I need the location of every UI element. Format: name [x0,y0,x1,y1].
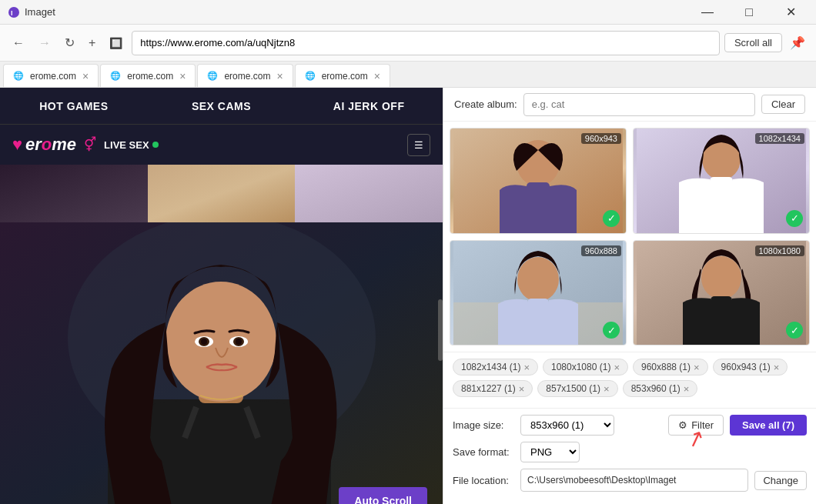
tag-5: 881x1227 (1) × [453,380,533,397]
tag-7-close[interactable]: × [684,384,690,394]
grid-item-4-dims: 1080x1080 [755,245,804,256]
app-icon: I [8,6,20,18]
url-input[interactable] [132,31,720,55]
live-dot-icon [152,142,159,148]
file-location-row: File location: Change [453,469,807,492]
tag-1: 1082x1434 (1) × [453,359,538,375]
tab-2[interactable]: 🌐 erome.com × [100,64,196,87]
save-format-select[interactable]: PNGJPEGWEBP [520,442,580,462]
tab-4[interactable]: 🌐 erome.com × [295,64,390,87]
tag-1-close[interactable]: × [523,362,530,372]
grid-item-1[interactable]: 960x943 ✓ NZgCwlPl.jpeg ✏ Show in folder [450,128,627,234]
svg-point-10 [201,339,207,345]
site-logo: ♥ erome [12,135,76,155]
image-size-row: Image size: 853x960 (1)960x943 (1)1080x1… [453,415,807,436]
save-format-label: Save format: [453,446,514,458]
svg-rect-28 [711,296,732,346]
tag-2-close[interactable]: × [614,362,620,372]
grid-item-2-dims: 1082x1434 [755,133,804,144]
tab-3-close[interactable]: × [276,71,283,82]
tab-2-favicon: 🌐 [110,71,121,81]
filter-icon: ⚙ [678,419,687,431]
nav-sex-cams[interactable]: SEX CAMS [148,89,296,123]
logo-text: erome [25,135,76,155]
tag-4-label: 960x943 (1) [721,362,771,372]
tag-5-label: 881x1227 (1) [461,383,516,394]
tab-1-close[interactable]: × [82,71,89,82]
tab-4-label: erome.com [322,71,368,82]
refresh-button[interactable]: ↻ [60,32,79,53]
file-location-label: File location: [453,475,514,486]
address-bar: ← → ↻ + 🔲 Scroll all 📌 [0,25,816,62]
grid-image-3 [450,241,626,346]
forward-button[interactable]: → [34,33,55,53]
thumb-strip-1 [0,165,148,222]
maximize-button[interactable]: □ [731,0,767,25]
scroll-all-button[interactable]: Scroll all [724,33,782,52]
right-controls-bottom: Image size: 853x960 (1)960x943 (1)1080x1… [443,408,816,504]
tab-2-close[interactable]: × [179,71,186,82]
filter-label: Filter [691,419,714,431]
pin-button[interactable]: 📌 [787,32,808,53]
grid-image-4 [634,241,809,346]
filter-button[interactable]: ⚙ Filter [668,415,724,436]
album-label: Create album: [454,98,517,110]
tags-row-1: 1082x1434 (1) × 1080x1080 (1) × 960x888 … [453,359,807,375]
main-layout: HOT GAMES SEX CAMS AI JERK OFF ♥ erome ⚥… [0,88,816,504]
grid-item-4-check: ✓ [786,322,803,339]
tab-3[interactable]: 🌐 erome.com × [197,64,293,87]
grid-item-2-check: ✓ [786,210,803,227]
main-image [0,222,443,504]
tag-6-close[interactable]: × [604,384,610,394]
tag-7: 853x960 (1) × [623,380,698,397]
auto-scroll-button[interactable]: Auto Scroll [339,487,427,504]
grid-item-3-dims: 960x888 [581,245,621,256]
image-size-select[interactable]: 853x960 (1)960x943 (1)1080x1080 (1)1082x… [520,415,614,436]
tab-1-label: erome.com [30,71,76,82]
tag-4-close[interactable]: × [774,362,780,372]
grid-item-1-dims: 960x943 [581,133,621,144]
svg-text:I: I [11,9,13,17]
thumb-strip [0,165,443,222]
clear-button[interactable]: Clear [761,95,805,114]
site-header: ♥ erome ⚥ LIVE SEX ☰ [0,125,443,165]
tab-4-favicon: 🌐 [305,71,316,81]
grid-image-2 [634,129,809,234]
tab-4-close[interactable]: × [374,71,380,82]
live-sex-label: LIVE SEX [104,139,149,151]
tags-row-2: 881x1227 (1) × 857x1500 (1) × 853x960 (1… [453,380,807,397]
tab-1[interactable]: 🌐 erome.com × [3,64,99,87]
image-size-label: Image size: [453,419,514,431]
save-all-button[interactable]: Save all (7) [730,415,807,436]
logo-gender-icon: ⚥ [84,136,96,153]
svg-rect-21 [710,177,733,234]
nav-ai-jerk-off[interactable]: AI JERK OFF [295,89,443,123]
grid-item-4[interactable]: 1080x1080 ✓ [633,240,810,346]
grid-item-3-check: ✓ [603,322,620,339]
album-bar: Create album: Clear [443,88,816,122]
hamburger-button[interactable]: ☰ [407,134,430,156]
tag-4: 960x943 (1) × [713,359,788,375]
tab-3-favicon: 🌐 [207,71,218,81]
right-panel: Create album: Clear [443,88,816,504]
album-input[interactable] [523,93,755,116]
svg-point-27 [701,256,741,299]
tab-3-label: erome.com [224,71,270,82]
file-location-input[interactable] [520,469,748,492]
grid-item-2[interactable]: 1082x1434 ✓ xgbQJpaL.jpeg ✏ Show in fold… [633,128,810,234]
nav-hot-games[interactable]: HOT GAMES [0,89,148,123]
tag-5-close[interactable]: × [519,384,525,394]
window-controls: — □ ✕ [690,0,808,25]
app-title: Imaget [25,6,690,18]
tag-7-label: 853x960 (1) [631,383,681,394]
back-button[interactable]: ← [8,33,29,53]
thumb-strip-2 [148,165,296,222]
new-tab-button[interactable]: + [84,33,100,53]
save-format-row: Save format: PNGJPEGWEBP [453,442,807,462]
tag-3-close[interactable]: × [694,362,700,372]
close-button[interactable]: ✕ [773,0,808,25]
change-button[interactable]: Change [754,471,807,490]
minimize-button[interactable]: — [690,0,725,25]
scroll-indicator[interactable] [438,299,443,361]
grid-item-3[interactable]: 960x888 ✓ [450,240,627,346]
